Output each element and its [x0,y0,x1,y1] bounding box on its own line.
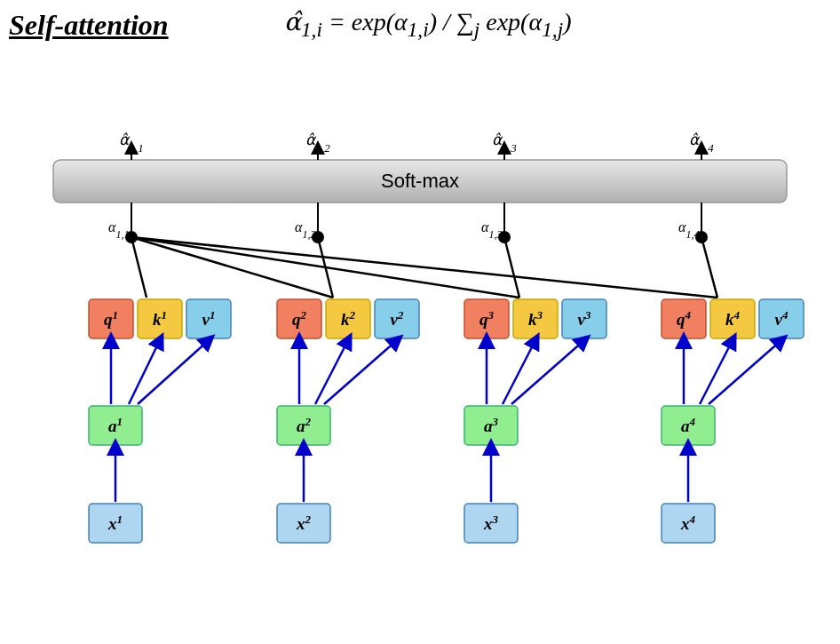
diagram-svg: Soft-max α̂1,1 α̂1,2 α̂1,3 α̂1,4 α1,1 [0,67,840,635]
svg-line-9 [131,237,147,298]
alpha-label-3: α1,3 [481,219,502,241]
svg-line-25 [503,340,535,404]
svg-line-21 [315,340,348,404]
page-title: Self-attention [9,9,169,42]
formula-display: α̂1,i = exp(α1,i) / ∑j exp(α1,j) [284,7,571,42]
alpha-label-1: α1,1 [108,219,129,241]
svg-line-12 [131,237,717,298]
svg-line-17 [129,340,160,404]
svg-line-29 [700,340,733,404]
formula-text: α̂1,i = exp(α1,i) / ∑j exp(α1,j) [284,8,571,36]
svg-line-26 [511,340,584,404]
alpha-label-4: α1,4 [678,219,699,241]
alpha-label-2: α1,2 [295,219,315,241]
svg-line-18 [138,340,209,404]
svg-line-15 [701,237,717,298]
svg-line-10 [131,237,333,298]
svg-line-22 [324,340,397,404]
main-container: Self-attention α̂1,i = exp(α1,i) / ∑j ex… [0,0,840,644]
svg-line-30 [709,340,781,404]
svg-line-14 [504,237,519,298]
softmax-label: Soft-max [381,170,459,192]
